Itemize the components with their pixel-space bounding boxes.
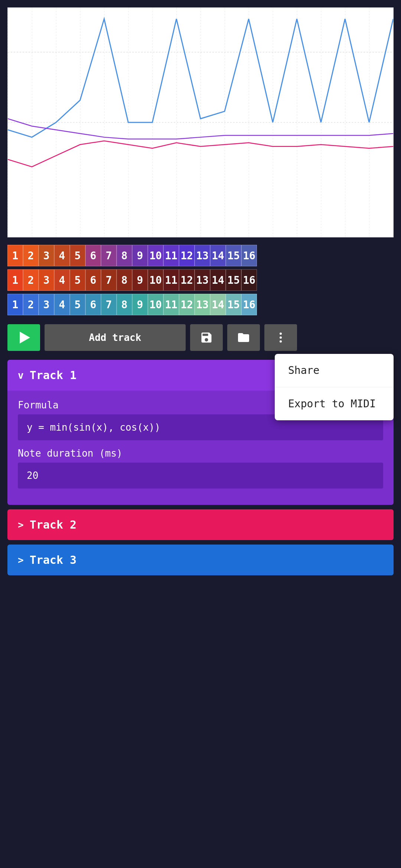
beat-cell[interactable]: 9	[132, 269, 148, 291]
more-button[interactable]	[264, 324, 297, 351]
beat-row-3: 1 2 3 4 5 6 7 8 9 10 11 12 13 14 15 16	[7, 294, 394, 315]
beat-cell[interactable]: 8	[117, 294, 132, 315]
beat-cell[interactable]: 7	[101, 245, 117, 266]
beat-cell[interactable]: 12	[179, 294, 195, 315]
beat-cell[interactable]: 3	[39, 294, 54, 315]
play-button[interactable]	[7, 324, 40, 351]
export-midi-menu-item[interactable]: Export to MIDI	[275, 387, 394, 420]
beat-cell[interactable]: 2	[23, 294, 39, 315]
beat-cell[interactable]: 11	[163, 269, 179, 291]
svg-point-7	[280, 341, 282, 343]
beat-cell[interactable]: 15	[226, 294, 241, 315]
beat-cell[interactable]: 7	[101, 269, 117, 291]
beat-cell[interactable]: 12	[179, 245, 195, 266]
beat-cell[interactable]: 14	[210, 245, 226, 266]
track-3-section: > Track 3	[7, 545, 394, 575]
save-icon	[200, 331, 213, 344]
beat-rows-container: 1 2 3 4 5 6 7 8 9 10 11 12 13 14 15 16 1…	[7, 245, 394, 315]
beat-cell[interactable]: 10	[148, 245, 163, 266]
track-3-chevron: >	[18, 555, 24, 566]
beat-cell[interactable]: 9	[132, 245, 148, 266]
beat-cell[interactable]: 16	[241, 245, 257, 266]
beat-cell[interactable]: 16	[241, 269, 257, 291]
track-2-chevron: >	[18, 519, 24, 530]
beat-cell[interactable]: 6	[85, 269, 101, 291]
track-1-label: Track 1	[30, 369, 76, 382]
chart-area	[7, 7, 394, 237]
track-3-header[interactable]: > Track 3	[7, 545, 394, 575]
beat-cell[interactable]: 8	[117, 269, 132, 291]
beat-cell[interactable]: 10	[148, 269, 163, 291]
beat-cell[interactable]: 11	[163, 245, 179, 266]
beat-cell[interactable]: 11	[163, 294, 179, 315]
track-2-label: Track 2	[30, 518, 76, 531]
beat-cell[interactable]: 5	[70, 269, 85, 291]
beat-cell[interactable]: 5	[70, 294, 85, 315]
beat-cell[interactable]: 4	[54, 269, 70, 291]
beat-cell[interactable]: 6	[85, 294, 101, 315]
beat-cell[interactable]: 1	[7, 294, 23, 315]
beat-cell[interactable]: 1	[7, 269, 23, 291]
more-icon	[274, 331, 287, 344]
beat-cell[interactable]: 6	[85, 245, 101, 266]
add-track-button[interactable]: Add track	[45, 324, 186, 351]
beat-row-2: 1 2 3 4 5 6 7 8 9 10 11 12 13 14 15 16	[7, 269, 394, 291]
beat-cell[interactable]: 8	[117, 245, 132, 266]
toolbar: Add track Share Export to MIDI	[7, 324, 394, 351]
svg-point-6	[280, 336, 282, 339]
share-menu-item[interactable]: Share	[275, 354, 394, 387]
beat-cell[interactable]: 7	[101, 294, 117, 315]
duration-label: Note duration (ms)	[18, 448, 383, 459]
beat-cell[interactable]: 10	[148, 294, 163, 315]
dropdown-menu: Share Export to MIDI	[275, 354, 394, 420]
beat-cell[interactable]: 2	[23, 245, 39, 266]
track-2-header[interactable]: > Track 2	[7, 509, 394, 540]
play-icon	[20, 332, 30, 343]
svg-point-5	[280, 333, 282, 335]
beat-cell[interactable]: 3	[39, 269, 54, 291]
track-2-section: > Track 2	[7, 509, 394, 540]
beat-cell[interactable]: 14	[210, 269, 226, 291]
beat-cell[interactable]: 4	[54, 245, 70, 266]
track-1-chevron: v	[18, 370, 24, 381]
beat-cell[interactable]: 3	[39, 245, 54, 266]
folder-button[interactable]	[227, 324, 260, 351]
beat-row-1: 1 2 3 4 5 6 7 8 9 10 11 12 13 14 15 16	[7, 245, 394, 266]
beat-cell[interactable]: 1	[7, 245, 23, 266]
beat-cell[interactable]: 16	[241, 294, 257, 315]
track-3-label: Track 3	[30, 553, 76, 566]
beat-cell[interactable]: 15	[226, 269, 241, 291]
beat-cell[interactable]: 2	[23, 269, 39, 291]
beat-cell[interactable]: 13	[195, 269, 210, 291]
beat-cell[interactable]: 13	[195, 294, 210, 315]
beat-cell[interactable]: 14	[210, 294, 226, 315]
beat-cell[interactable]: 12	[179, 269, 195, 291]
beat-cell[interactable]: 13	[195, 245, 210, 266]
beat-cell[interactable]: 9	[132, 294, 148, 315]
duration-input[interactable]	[18, 463, 383, 489]
save-button[interactable]	[190, 324, 223, 351]
folder-icon	[237, 331, 250, 344]
beat-cell[interactable]: 5	[70, 245, 85, 266]
beat-cell[interactable]: 15	[226, 245, 241, 266]
beat-cell[interactable]: 4	[54, 294, 70, 315]
